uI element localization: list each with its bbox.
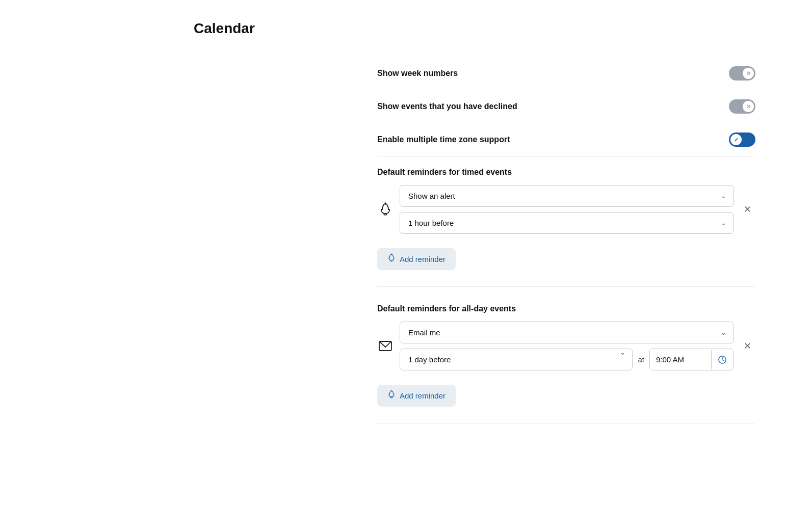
allday-reminder-close-button[interactable]: ✕ [740, 338, 755, 354]
toggle-knob-declined: ✕ [743, 101, 754, 112]
setting-label-declined: Show events that you have declined [377, 102, 517, 111]
add-timed-bell-icon [387, 253, 396, 265]
allday-reminder-selects: Email me Show an alert None ⌄ 1 day befo… [400, 322, 733, 370]
setting-show-week-numbers: Show week numbers ✕ [377, 57, 755, 90]
allday-timing-select[interactable]: 1 day before 2 days before 1 week before [400, 349, 633, 370]
allday-timing-select-wrapper: 1 day before 2 days before 1 week before… [400, 349, 633, 370]
allday-timing-time-row: 1 day before 2 days before 1 week before… [400, 349, 733, 370]
toggle-knob-timezone: ✓ [730, 134, 742, 145]
timed-reminders-header: Default reminders for timed events [377, 156, 755, 185]
email-icon-allday [377, 341, 394, 351]
add-timed-reminder-label: Add reminder [400, 255, 446, 263]
toggle-timezone[interactable]: ✓ [729, 132, 755, 147]
timed-type-select[interactable]: Show an alert Email me None [400, 185, 733, 207]
add-allday-reminder-label: Add reminder [400, 391, 446, 400]
close-icon-allday: ✕ [744, 340, 751, 352]
settings-content: Show week numbers ✕ Show events that you… [377, 57, 755, 423]
setting-show-declined: Show events that you have declined ✕ [377, 90, 755, 123]
setting-timezone: Enable multiple time zone support ✓ [377, 123, 755, 156]
time-input-wrapper [649, 349, 733, 370]
timed-timing-select[interactable]: 1 hour before 5 minutes before 15 minute… [400, 212, 733, 234]
toggle-declined-events[interactable]: ✕ [729, 99, 755, 114]
toggle-off-icon-week-numbers: ✕ [746, 70, 751, 77]
toggle-knob-week-numbers: ✕ [743, 68, 754, 79]
add-allday-bell-icon [387, 390, 396, 402]
toggle-on-icon-timezone: ✓ [734, 137, 739, 143]
add-allday-reminder-button[interactable]: Add reminder [377, 385, 456, 407]
allday-reminder-row: Email me Show an alert None ⌄ 1 day befo… [377, 322, 755, 370]
allday-type-select-wrapper: Email me Show an alert None ⌄ [400, 322, 733, 343]
allday-type-select[interactable]: Email me Show an alert None [400, 322, 733, 343]
timed-reminder-selects: Show an alert Email me None ⌄ 1 hour bef… [400, 185, 733, 234]
timed-reminder-close-button[interactable]: ✕ [740, 202, 755, 217]
at-label: at [638, 355, 644, 364]
timed-type-select-wrapper: Show an alert Email me None ⌄ [400, 185, 733, 207]
add-timed-reminder-button[interactable]: Add reminder [377, 248, 456, 270]
toggle-week-numbers[interactable]: ✕ [729, 66, 755, 81]
bell-icon-timed [377, 202, 394, 217]
timed-timing-select-wrapper: 1 hour before 5 minutes before 15 minute… [400, 212, 733, 234]
timed-reminder-row: Show an alert Email me None ⌄ 1 hour bef… [377, 185, 755, 234]
sidebar [31, 20, 194, 423]
timed-reminder-block: Show an alert Email me None ⌄ 1 hour bef… [377, 185, 755, 287]
clock-icon-button[interactable] [711, 350, 733, 369]
toggle-off-icon-declined: ✕ [746, 103, 751, 110]
time-input[interactable] [650, 349, 711, 370]
page-title: Calendar [194, 20, 755, 37]
allday-reminders-header: Default reminders for all-day events [377, 293, 755, 322]
close-icon-timed: ✕ [744, 204, 751, 215]
setting-label-week-numbers: Show week numbers [377, 69, 458, 78]
allday-reminder-block: Email me Show an alert None ⌄ 1 day befo… [377, 322, 755, 423]
setting-label-timezone: Enable multiple time zone support [377, 135, 510, 144]
